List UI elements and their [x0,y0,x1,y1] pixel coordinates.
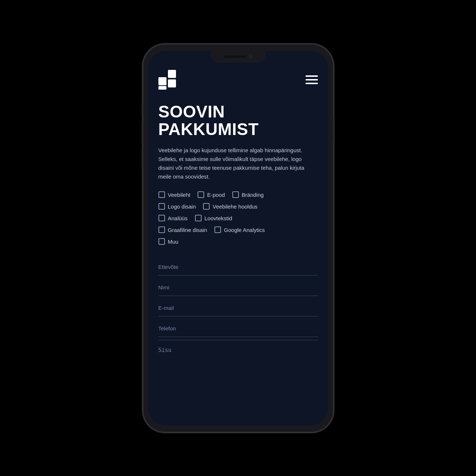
checkbox-label-google-analytics: Google Analytics [224,227,265,233]
side-button-vol-up [142,121,143,143]
checkbox-label-analyys: Analüüs [168,215,188,221]
notch [211,51,266,63]
checkbox-row-1: Veebileht E-pood Bränding [158,191,318,201]
checkboxes-group: Veebileht E-pood Bränding [158,191,318,248]
side-button-vol-down [142,147,143,169]
checkbox-google-analytics[interactable]: Google Analytics [214,226,265,233]
hamburger-line-2 [306,79,318,80]
telefon-input[interactable] [158,319,318,337]
checkbox-label-graafiline-disain: Graafiline disain [168,227,207,233]
svg-rect-0 [158,77,166,85]
screen-content: SOOVIN PAKKUMIST Veebilehe ja logo kujun… [148,51,328,426]
checkbox-epood[interactable]: E-pood [198,191,225,198]
checkbox-box-google-analytics [214,226,221,233]
hamburger-menu-button[interactable] [306,75,318,84]
checkbox-row-5: Muu [158,238,318,248]
email-input[interactable] [158,299,318,316]
hamburger-line-3 [306,83,318,84]
checkbox-box-veebilehe-hooldus [203,203,210,210]
camera [249,55,252,59]
checkbox-analyys[interactable]: Analüüs [158,215,188,221]
checkbox-box-branding [232,191,239,198]
svg-rect-2 [168,79,176,87]
checkbox-row-4: Graafiline disain Google Analytics [158,226,318,236]
hamburger-line-1 [306,75,318,77]
field-nimi-wrapper [158,278,318,296]
checkbox-box-analyys [158,215,165,221]
main-content: SOOVIN PAKKUMIST Veebilehe ja logo kujun… [148,95,328,387]
checkbox-box-logo-disain [158,203,165,210]
field-email-wrapper [158,299,318,316]
checkbox-label-veebilehe-hooldus: Veebilehe hooldus [213,203,258,210]
textarea-sisu-wrapper [158,340,318,372]
page-description: Veebilehe ja logo kujunduse tellimine al… [158,146,318,181]
checkbox-veebilehe-hooldus[interactable]: Veebilehe hooldus [203,203,258,210]
sisu-textarea[interactable] [158,342,318,371]
checkbox-label-veebileht: Veebileht [168,192,191,198]
checkbox-label-branding: Bränding [242,192,264,198]
side-button-mute [142,103,143,116]
speaker [224,56,246,58]
svg-rect-3 [158,86,166,90]
checkbox-box-muu [158,238,165,245]
field-ettevote-wrapper [158,258,318,276]
checkbox-veebileht[interactable]: Veebileht [158,191,191,198]
checkbox-box-veebileht [158,191,165,198]
svg-rect-1 [168,70,176,78]
checkbox-label-muu: Muu [168,239,179,245]
checkbox-row-3: Analüüs Loovtekstid [158,215,318,224]
nimi-input[interactable] [158,278,318,296]
checkbox-row-2: Logo disain Veebilehe hooldus [158,203,318,213]
page-title: SOOVIN PAKKUMIST [158,103,318,138]
checkbox-branding[interactable]: Bränding [232,191,264,198]
phone-mockup: SOOVIN PAKKUMIST Veebilehe ja logo kujun… [143,44,333,432]
side-button-power [333,117,335,143]
checkbox-loovtekstid[interactable]: Loovtekstid [195,215,232,221]
logo [158,70,180,90]
checkbox-muu[interactable]: Muu [158,238,179,245]
phone-screen: SOOVIN PAKKUMIST Veebilehe ja logo kujun… [148,51,328,426]
checkbox-label-epood: E-pood [207,192,225,198]
ettevote-input[interactable] [158,258,318,275]
checkbox-box-graafiline-disain [158,226,165,233]
field-telefon-wrapper [158,319,318,337]
checkbox-box-epood [198,191,204,198]
checkbox-label-loovtekstid: Loovtekstid [205,215,232,221]
checkbox-logo-disain[interactable]: Logo disain [158,203,196,210]
checkbox-graafiline-disain[interactable]: Graafiline disain [158,226,207,233]
checkbox-label-logo-disain: Logo disain [168,203,196,210]
checkbox-box-loovtekstid [195,215,202,221]
